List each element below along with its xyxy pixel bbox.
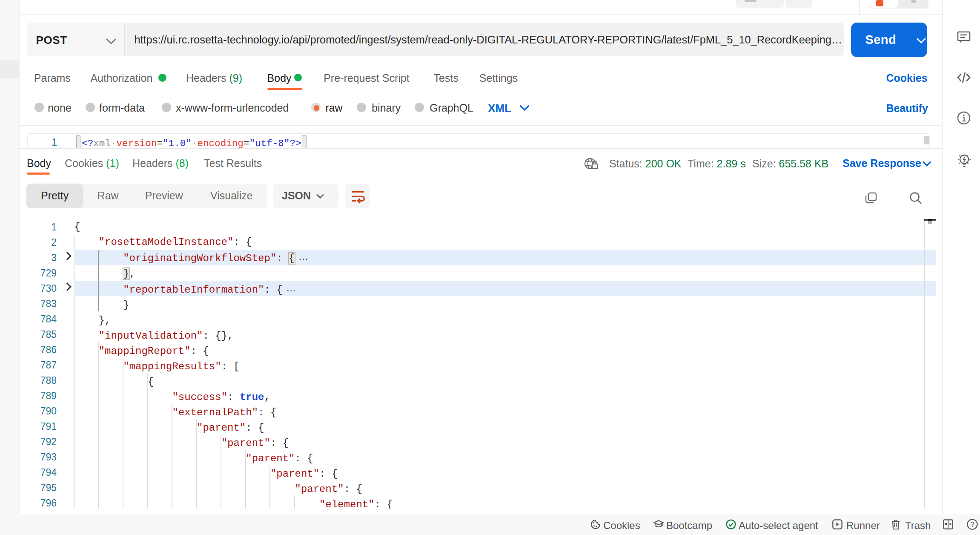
svg-text:?: ? <box>970 521 974 529</box>
